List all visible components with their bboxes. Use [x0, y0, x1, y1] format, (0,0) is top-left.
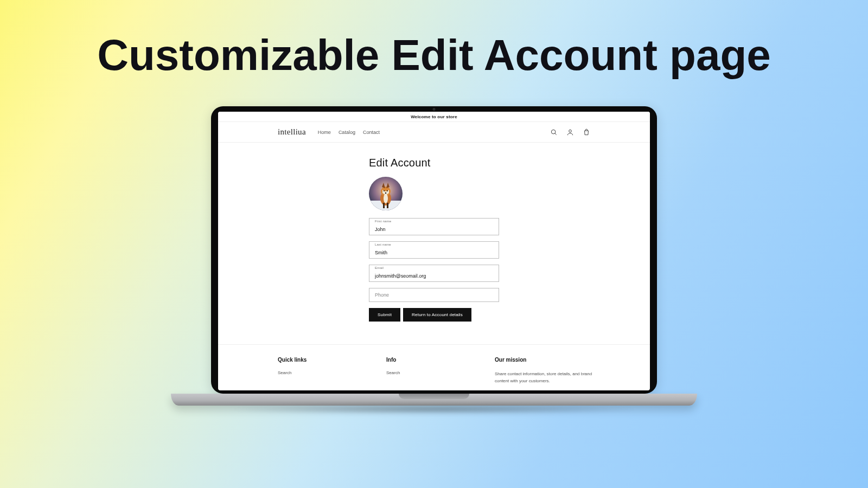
page-main: Edit Account [218, 143, 650, 344]
svg-point-11 [387, 190, 388, 191]
first-name-label: First name [375, 220, 493, 223]
svg-point-2 [569, 130, 572, 132]
svg-rect-13 [383, 203, 385, 208]
first-name-input[interactable] [375, 227, 493, 232]
footer-link-search-1[interactable]: Search [278, 370, 343, 375]
edit-account-form: Edit Account [369, 157, 499, 322]
site-footer: Quick links Search Info Search Our missi… [218, 344, 650, 390]
first-name-field[interactable]: First name [369, 218, 499, 235]
cart-icon[interactable] [583, 129, 590, 136]
avatar-image [369, 177, 403, 210]
header-icons [550, 129, 590, 136]
nav-contact[interactable]: Contact [363, 130, 380, 135]
page-title: Edit Account [369, 157, 499, 169]
search-icon[interactable] [550, 129, 558, 136]
svg-point-12 [385, 192, 386, 194]
footer-col-quick-links: Quick links Search [278, 357, 343, 385]
phone-input[interactable] [375, 292, 493, 298]
laptop-bezel: Welcome to our store intelliua Home Cata… [211, 106, 657, 394]
footer-col-info: Info Search [386, 357, 451, 385]
footer-mission-text: Share contact information, store details… [495, 370, 598, 385]
laptop-camera [433, 108, 436, 111]
submit-button[interactable]: Submit [369, 308, 400, 322]
footer-link-search-2[interactable]: Search [386, 370, 451, 375]
laptop-base [171, 394, 697, 406]
footer-title-info: Info [386, 357, 451, 363]
laptop-shadow [228, 404, 640, 414]
svg-line-1 [555, 133, 557, 134]
svg-rect-14 [387, 203, 388, 208]
account-icon[interactable] [566, 129, 574, 136]
form-actions: Submit Return to Account details [369, 308, 499, 322]
announcement-bar: Welcome to our store [218, 112, 650, 122]
laptop-mockup: Welcome to our store intelliua Home Cata… [171, 106, 697, 414]
last-name-input[interactable] [375, 250, 493, 255]
footer-title-quick-links: Quick links [278, 357, 343, 363]
svg-point-10 [384, 190, 385, 191]
site-header: intelliua Home Catalog Contact [218, 122, 650, 143]
avatar[interactable] [369, 177, 403, 210]
svg-point-0 [551, 130, 556, 134]
last-name-field[interactable]: Last name [369, 241, 499, 259]
svg-point-9 [384, 194, 388, 203]
nav-home[interactable]: Home [318, 130, 331, 135]
phone-field[interactable] [369, 288, 499, 302]
email-input[interactable] [375, 273, 493, 279]
footer-title-mission: Our mission [495, 357, 598, 363]
brand-logo[interactable]: intelliua [278, 127, 306, 137]
main-nav: Home Catalog Contact [318, 130, 380, 135]
email-label: Email [375, 266, 493, 269]
laptop-screen: Welcome to our store intelliua Home Cata… [218, 112, 650, 390]
return-button[interactable]: Return to Account details [403, 308, 471, 322]
nav-catalog[interactable]: Catalog [339, 130, 355, 135]
promo-headline: Customizable Edit Account page [0, 30, 868, 80]
last-name-label: Last name [375, 243, 493, 246]
email-field[interactable]: Email [369, 265, 499, 282]
footer-col-mission: Our mission Share contact information, s… [495, 357, 598, 385]
laptop-notch [399, 394, 469, 399]
